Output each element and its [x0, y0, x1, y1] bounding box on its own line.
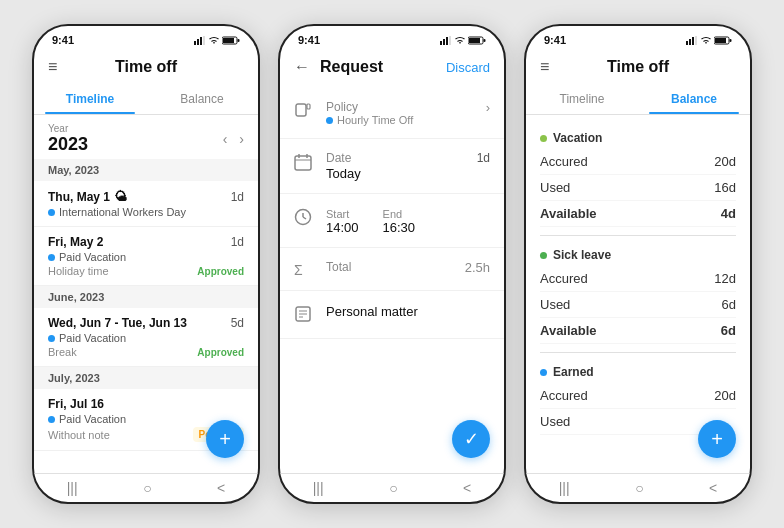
- cat-vacation: Vacation Accured 20d Used 16d Available: [540, 123, 736, 231]
- entry-note-may2: Holiday time Approved: [48, 265, 244, 277]
- cat-vacation-header: Vacation: [540, 131, 736, 145]
- total-val-text: 2.5h: [465, 260, 490, 275]
- start-time: Start 14:00: [326, 208, 359, 235]
- status-time-3: 9:41: [544, 34, 566, 46]
- discard-button[interactable]: Discard: [446, 60, 490, 75]
- time-item[interactable]: Start 14:00 End 16:30: [280, 194, 504, 248]
- entry-type-may2: Paid Vacation: [48, 251, 244, 263]
- menu-icon-1[interactable]: ≡: [48, 58, 57, 76]
- add-time-off-button[interactable]: +: [206, 420, 244, 458]
- submit-button[interactable]: ✓: [452, 420, 490, 458]
- menu-icon-3[interactable]: ≡: [540, 58, 549, 76]
- calendar-icon-svg: [294, 153, 312, 171]
- cat-sick: Sick leave Accured 12d Used 6d Available: [540, 240, 736, 348]
- policy-item[interactable]: Policy Hourly Time Off ›: [280, 88, 504, 139]
- app-header-1: ≡ Time off: [34, 50, 258, 84]
- nav-bar-3: ||| ○ <: [526, 473, 750, 502]
- calendar-icon: [294, 153, 314, 174]
- year-label: Year: [48, 123, 88, 134]
- nav-home-1[interactable]: ○: [143, 480, 151, 496]
- vacation-used: Used 16d: [540, 175, 736, 201]
- nav-home-3[interactable]: ○: [635, 480, 643, 496]
- clock-icon-svg: [294, 208, 312, 226]
- policy-icon: [294, 102, 314, 123]
- nav-back-2[interactable]: <: [463, 480, 471, 496]
- sick-available: Available 6d: [540, 318, 736, 344]
- total-content: Total: [326, 260, 453, 274]
- month-may: May, 2023: [34, 159, 258, 181]
- entry-days-june: 5d: [231, 316, 244, 330]
- nav-menu-1[interactable]: |||: [67, 480, 78, 496]
- note-item[interactable]: Personal matter: [280, 291, 504, 339]
- end-value: 16:30: [383, 220, 416, 235]
- policy-content: Policy Hourly Time Off: [326, 100, 474, 126]
- cat-sick-label: Sick leave: [553, 248, 611, 262]
- app-title-3: Time off: [607, 58, 669, 76]
- entry-date-may1: Thu, May 1 🌤: [48, 189, 127, 204]
- chevron-right-icon: ›: [486, 100, 490, 115]
- request-items: Policy Hourly Time Off ›: [280, 84, 504, 473]
- nav-back-1[interactable]: <: [217, 480, 225, 496]
- entry-june[interactable]: Wed, Jun 7 - Tue, Jun 13 5d Paid Vacatio…: [34, 308, 258, 367]
- vacation-available: Available 4d: [540, 201, 736, 227]
- request-title: Request: [320, 58, 446, 76]
- back-button[interactable]: ←: [294, 58, 310, 76]
- wifi-icon-2: [455, 36, 465, 45]
- svg-rect-8: [443, 39, 445, 45]
- svg-rect-13: [484, 39, 486, 42]
- signal-icon: [194, 36, 206, 45]
- date-days-badge: 1d: [477, 151, 490, 165]
- note-content: Personal matter: [326, 303, 490, 319]
- month-june: June, 2023: [34, 286, 258, 308]
- date-item[interactable]: Date Today 1d: [280, 139, 504, 194]
- start-label: Start: [326, 208, 359, 220]
- signal-icon-2: [440, 36, 452, 45]
- year-next[interactable]: ›: [239, 131, 244, 147]
- svg-rect-9: [446, 37, 448, 45]
- tab-balance-1[interactable]: Balance: [146, 84, 258, 114]
- entry-type-june: Paid Vacation: [48, 332, 244, 344]
- tab-balance-3[interactable]: Balance: [638, 84, 750, 114]
- phone3-content: ≡ Time off Timeline Balance Vaca: [526, 50, 750, 473]
- nav-back-3[interactable]: <: [709, 480, 717, 496]
- phone1-content: ≡ Time off Timeline Balance Year 2023: [34, 50, 258, 473]
- year-prev[interactable]: ‹: [223, 131, 228, 147]
- nav-home-2[interactable]: ○: [389, 480, 397, 496]
- svg-rect-16: [295, 156, 311, 170]
- cat-earned-header: Earned: [540, 365, 736, 379]
- dot-june: [48, 335, 55, 342]
- note-text-july: Without note: [48, 429, 110, 441]
- entry-may2[interactable]: Fri, May 2 1d Paid Vacation Holiday time…: [34, 227, 258, 286]
- tab-timeline-3[interactable]: Timeline: [526, 84, 638, 114]
- add-balance-button[interactable]: +: [698, 420, 736, 458]
- nav-menu-2[interactable]: |||: [313, 480, 324, 496]
- entry-may1[interactable]: Thu, May 1 🌤 1d International Workers Da…: [34, 181, 258, 227]
- entry-note-june: Break Approved: [48, 346, 244, 358]
- phone-request: 9:41 ← Request Discard: [278, 24, 506, 504]
- svg-rect-6: [238, 39, 240, 42]
- status-icons-3: [686, 36, 732, 45]
- phone-balance: 9:41 ≡ Time off Timeline Balance: [524, 24, 752, 504]
- tab-timeline[interactable]: Timeline: [34, 84, 146, 114]
- status-bar-1: 9:41: [34, 26, 258, 50]
- svg-rect-12: [469, 38, 480, 43]
- vacation-accured: Accured 20d: [540, 149, 736, 175]
- month-july: July, 2023: [34, 367, 258, 389]
- svg-rect-1: [197, 39, 199, 45]
- status-time-1: 9:41: [52, 34, 74, 46]
- note-icon-svg: [294, 305, 312, 323]
- year-nav: ‹ ›: [223, 131, 244, 147]
- nav-menu-3[interactable]: |||: [559, 480, 570, 496]
- status-time-2: 9:41: [298, 34, 320, 46]
- badge-may2: Approved: [197, 266, 244, 277]
- divider-1: [540, 235, 736, 236]
- status-icons-2: [440, 36, 486, 45]
- dot-may2: [48, 254, 55, 261]
- svg-rect-0: [194, 41, 196, 45]
- svg-rect-7: [440, 41, 442, 45]
- svg-rect-30: [695, 36, 697, 45]
- svg-rect-10: [449, 36, 451, 45]
- end-time: End 16:30: [383, 208, 416, 235]
- svg-rect-14: [296, 104, 306, 116]
- nav-bar-1: ||| ○ <: [34, 473, 258, 502]
